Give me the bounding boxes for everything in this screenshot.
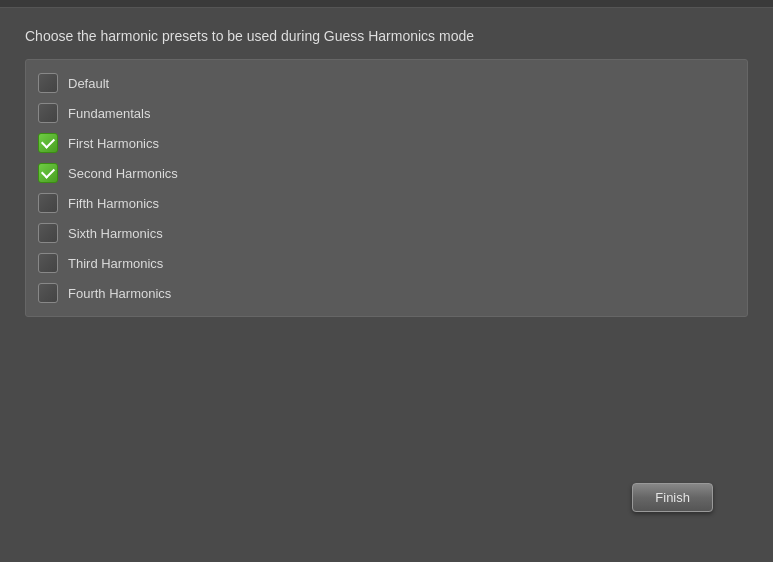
- option-row-first-harmonics[interactable]: First Harmonics: [26, 128, 747, 158]
- option-row-fourth-harmonics[interactable]: Fourth Harmonics: [26, 278, 747, 308]
- option-row-fundamentals[interactable]: Fundamentals: [26, 98, 747, 128]
- option-label-second-harmonics: Second Harmonics: [68, 166, 178, 181]
- checkbox-second-harmonics[interactable]: [38, 163, 58, 183]
- option-row-sixth-harmonics[interactable]: Sixth Harmonics: [26, 218, 747, 248]
- checkbox-sixth-harmonics[interactable]: [38, 223, 58, 243]
- dialog-title: Choose the harmonic presets to be used d…: [0, 8, 773, 59]
- top-bar: [0, 0, 773, 8]
- option-row-fifth-harmonics[interactable]: Fifth Harmonics: [26, 188, 747, 218]
- option-row-second-harmonics[interactable]: Second Harmonics: [26, 158, 747, 188]
- checkbox-first-harmonics[interactable]: [38, 133, 58, 153]
- checkbox-fundamentals[interactable]: [38, 103, 58, 123]
- option-label-fifth-harmonics: Fifth Harmonics: [68, 196, 159, 211]
- checkbox-default[interactable]: [38, 73, 58, 93]
- option-row-default[interactable]: Default: [26, 68, 747, 98]
- checkbox-fifth-harmonics[interactable]: [38, 193, 58, 213]
- option-label-first-harmonics: First Harmonics: [68, 136, 159, 151]
- option-label-fundamentals: Fundamentals: [68, 106, 150, 121]
- options-panel: DefaultFundamentalsFirst HarmonicsSecond…: [25, 59, 748, 317]
- option-label-fourth-harmonics: Fourth Harmonics: [68, 286, 171, 301]
- finish-button[interactable]: Finish: [632, 483, 713, 512]
- option-label-third-harmonics: Third Harmonics: [68, 256, 163, 271]
- checkbox-third-harmonics[interactable]: [38, 253, 58, 273]
- option-label-sixth-harmonics: Sixth Harmonics: [68, 226, 163, 241]
- option-row-third-harmonics[interactable]: Third Harmonics: [26, 248, 747, 278]
- checkbox-fourth-harmonics[interactable]: [38, 283, 58, 303]
- option-label-default: Default: [68, 76, 109, 91]
